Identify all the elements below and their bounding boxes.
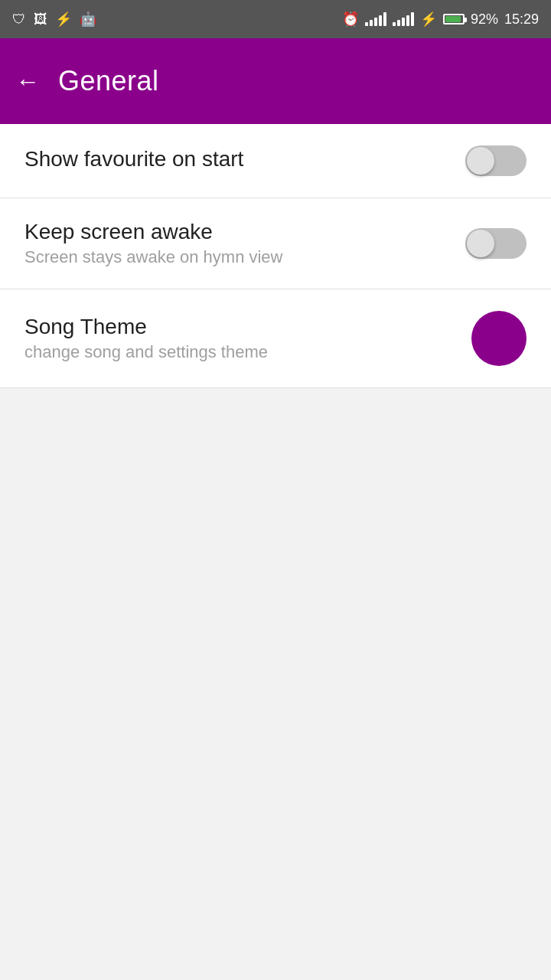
show-favourite-label: Show favourite on start [24,147,465,172]
android-icon: 🤖 [80,11,96,28]
alarm-icon: ⏰ [342,11,359,28]
song-theme-color-picker[interactable] [471,311,527,366]
back-button[interactable]: ← [15,67,40,96]
keep-screen-awake-item[interactable]: Keep screen awake Screen stays awake on … [0,198,551,289]
shield-icon: 🛡 [12,11,26,28]
keep-screen-awake-subtitle: Screen stays awake on hymn view [24,247,465,267]
show-favourite-thumb [467,147,494,175]
clock-display: 15:29 [504,11,539,28]
keep-screen-awake-toggle[interactable] [465,228,527,259]
show-favourite-item[interactable]: Show favourite on start [0,124,551,198]
show-favourite-toggle[interactable] [465,145,527,176]
status-icons-right: ⏰ ⚡ 92% 15:29 [342,11,539,28]
signal-bars-2 [393,12,414,26]
keep-screen-awake-thumb [467,230,494,257]
song-theme-subtitle: change song and settings theme [24,342,471,362]
app-bar: ← General [0,38,551,124]
keep-screen-awake-text: Keep screen awake Screen stays awake on … [24,220,465,267]
photo-icon: 🖼 [34,11,47,28]
status-icons-left: 🛡 🖼 ⚡ 🤖 [12,11,96,28]
time-display: 92% [471,11,498,28]
keep-screen-awake-label: Keep screen awake [24,220,465,244]
page-title: General [58,65,159,97]
song-theme-item[interactable]: Song Theme change song and settings them… [0,289,551,388]
song-theme-text: Song Theme change song and settings them… [24,315,471,362]
song-theme-label: Song Theme [24,315,471,339]
settings-list: Show favourite on start Keep screen awak… [0,124,551,388]
battery-indicator [443,14,465,24]
status-bar: 🛡 🖼 ⚡ 🤖 ⏰ ⚡ 92% 15:29 [0,0,551,38]
show-favourite-text: Show favourite on start [24,147,465,175]
bolt-icon: ⚡ [420,11,437,28]
signal-bars-1 [365,12,386,26]
usb-icon: ⚡ [55,11,72,28]
